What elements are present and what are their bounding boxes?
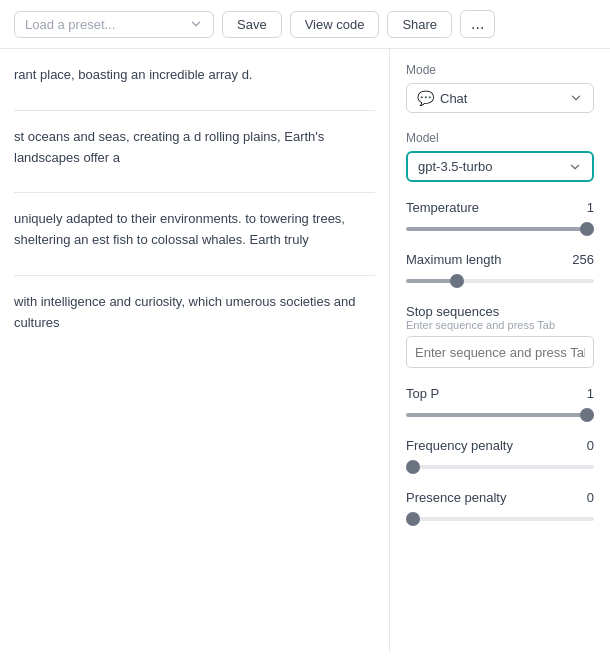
toolbar: Load a preset... Save View code Share ..… [0, 0, 610, 49]
freq-penalty-slider[interactable] [406, 465, 594, 469]
top-p-value: 1 [587, 386, 594, 401]
preset-placeholder: Load a preset... [25, 17, 115, 32]
model-value: gpt-3.5-turbo [418, 159, 492, 174]
content-para-4: with intelligence and curiosity, which u… [14, 292, 375, 334]
right-panel: Mode 💬 Chat Model gpt-3.5-turbo [390, 49, 610, 653]
left-panel: rant place, boasting an incredible array… [0, 49, 390, 653]
stop-seq-input[interactable] [406, 336, 594, 368]
pres-penalty-slider[interactable] [406, 517, 594, 521]
model-setting: Model gpt-3.5-turbo [406, 131, 594, 182]
main-layout: rant place, boasting an incredible array… [0, 49, 610, 653]
view-code-button[interactable]: View code [290, 11, 380, 38]
max-length-setting: Maximum length 256 [406, 252, 594, 286]
max-length-slider[interactable] [406, 279, 594, 283]
freq-penalty-setting: Frequency penalty 0 [406, 438, 594, 472]
max-length-value: 256 [572, 252, 594, 267]
temperature-value: 1 [587, 200, 594, 215]
divider-2 [14, 192, 375, 193]
top-p-label: Top P [406, 386, 439, 401]
model-label: Model [406, 131, 594, 145]
save-button[interactable]: Save [222, 11, 282, 38]
freq-penalty-label: Frequency penalty [406, 438, 513, 453]
mode-dropdown[interactable]: 💬 Chat [406, 83, 594, 113]
temperature-label: Temperature [406, 200, 479, 215]
chat-bubble-icon: 💬 [417, 90, 434, 106]
mode-label: Mode [406, 63, 594, 77]
content-para-3: uniquely adapted to their environments. … [14, 209, 375, 251]
content-section-4: with intelligence and curiosity, which u… [14, 292, 375, 334]
model-dropdown[interactable]: gpt-3.5-turbo [406, 151, 594, 182]
stop-sequences-setting: Stop sequences Enter sequence and press … [406, 304, 594, 368]
stop-seq-label: Stop sequences [406, 304, 499, 319]
pres-penalty-label: Presence penalty [406, 490, 506, 505]
content-section-3: uniquely adapted to their environments. … [14, 209, 375, 251]
content-para-1: rant place, boasting an incredible array… [14, 65, 375, 86]
top-p-slider[interactable] [406, 413, 594, 417]
content-section-2: st oceans and seas, creating a d rolling… [14, 127, 375, 169]
mode-value: Chat [440, 91, 467, 106]
divider-3 [14, 275, 375, 276]
preset-chevron-icon [189, 17, 203, 31]
share-button[interactable]: Share [387, 11, 452, 38]
content-section-1: rant place, boasting an incredible array… [14, 65, 375, 86]
pres-penalty-value: 0 [587, 490, 594, 505]
freq-penalty-value: 0 [587, 438, 594, 453]
pres-penalty-setting: Presence penalty 0 [406, 490, 594, 524]
preset-dropdown[interactable]: Load a preset... [14, 11, 214, 38]
stop-seq-hint: Enter sequence and press Tab [406, 319, 594, 331]
max-length-label: Maximum length [406, 252, 501, 267]
temperature-slider[interactable] [406, 227, 594, 231]
mode-chevron-icon [569, 91, 583, 105]
more-options-button[interactable]: ... [460, 10, 495, 38]
divider-1 [14, 110, 375, 111]
content-para-2: st oceans and seas, creating a d rolling… [14, 127, 375, 169]
temperature-setting: Temperature 1 [406, 200, 594, 234]
model-chevron-icon [568, 160, 582, 174]
mode-setting: Mode 💬 Chat [406, 63, 594, 113]
top-p-setting: Top P 1 [406, 386, 594, 420]
